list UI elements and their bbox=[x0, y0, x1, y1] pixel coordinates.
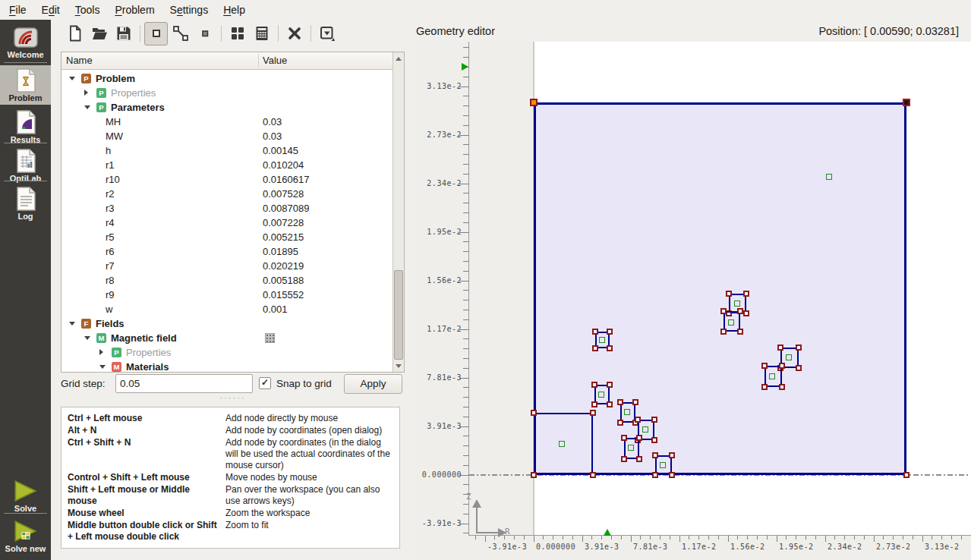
save-file-button[interactable] bbox=[112, 22, 135, 46]
tree-row-r9[interactable]: r90.015552 bbox=[61, 288, 392, 302]
region-label-marker[interactable] bbox=[734, 300, 740, 307]
tree-row-r5[interactable]: r50.005215 bbox=[61, 230, 392, 244]
node-tool-button[interactable] bbox=[144, 22, 168, 46]
region-label-marker[interactable] bbox=[599, 337, 605, 343]
geometry-node[interactable] bbox=[591, 401, 597, 407]
geometry-node[interactable] bbox=[636, 435, 642, 441]
column-divider[interactable] bbox=[258, 54, 259, 68]
geometry-node[interactable] bbox=[592, 329, 598, 335]
menu-file[interactable]: File bbox=[3, 2, 33, 18]
geometry-node[interactable] bbox=[652, 472, 658, 478]
menu-problem[interactable]: Problem bbox=[109, 2, 160, 18]
apply-button[interactable]: Apply bbox=[344, 374, 402, 394]
expand-expand-arrow-icon[interactable] bbox=[99, 349, 103, 355]
geometry-node[interactable] bbox=[607, 401, 613, 407]
tree-row-r1[interactable]: r10.010204 bbox=[61, 158, 392, 172]
expand-collapse-arrow-icon[interactable] bbox=[84, 336, 90, 340]
geometry-node[interactable] bbox=[651, 437, 657, 443]
menu-edit[interactable]: Edit bbox=[36, 2, 66, 18]
geometry-node[interactable] bbox=[743, 310, 749, 316]
expand-collapse-arrow-icon[interactable] bbox=[84, 105, 90, 109]
geometry-node[interactable] bbox=[531, 410, 537, 416]
new-document-button[interactable] bbox=[63, 22, 87, 46]
tree-row-r2[interactable]: r20.007528 bbox=[61, 187, 392, 201]
region-label-marker[interactable] bbox=[559, 441, 565, 447]
zoom-region-button[interactable] bbox=[315, 22, 339, 46]
geometry-node[interactable] bbox=[761, 363, 768, 369]
menu-tools[interactable]: Tools bbox=[69, 2, 106, 18]
sidebar-item-results[interactable]: Results bbox=[0, 107, 51, 146]
geometry-node[interactable] bbox=[777, 344, 783, 351]
geometry-node[interactable] bbox=[779, 384, 785, 390]
geometry-node[interactable] bbox=[531, 472, 537, 478]
sidebar-item-welcome[interactable]: Welcome bbox=[0, 22, 51, 61]
menu-settings[interactable]: Settings bbox=[164, 2, 215, 18]
tree-row-fields[interactable]: FFields bbox=[61, 316, 392, 331]
geometry-node[interactable] bbox=[590, 410, 596, 416]
geometry-node[interactable] bbox=[737, 329, 743, 335]
geometry-node[interactable] bbox=[621, 435, 627, 441]
geometry-node[interactable] bbox=[635, 417, 641, 423]
menu-help[interactable]: Help bbox=[217, 2, 251, 18]
geometry-node[interactable] bbox=[796, 344, 802, 351]
panel-splitter-handle[interactable]: ······ bbox=[61, 395, 405, 401]
geometry-node[interactable] bbox=[607, 382, 613, 388]
geometry-node[interactable] bbox=[737, 308, 743, 314]
tree-row-r8[interactable]: r80.005188 bbox=[61, 273, 392, 288]
region-label-marker[interactable] bbox=[826, 174, 832, 180]
tree-row-mw[interactable]: MW0.03 bbox=[61, 129, 392, 143]
tree-row-h[interactable]: h0.00145 bbox=[61, 143, 392, 158]
geometry-node[interactable] bbox=[720, 308, 727, 314]
geometry-node[interactable] bbox=[796, 365, 802, 371]
snap-to-grid-checkbox[interactable] bbox=[259, 377, 271, 389]
materials-grid-button[interactable] bbox=[225, 22, 249, 46]
sidebar-item-solve[interactable]: Solve bbox=[0, 476, 51, 514]
expand-collapse-arrow-icon[interactable] bbox=[99, 365, 106, 369]
region-label-marker[interactable] bbox=[660, 462, 666, 468]
geometry-node[interactable] bbox=[530, 99, 538, 106]
region-label-marker[interactable] bbox=[598, 392, 604, 398]
region-label-marker[interactable] bbox=[628, 445, 634, 451]
calculator-button[interactable] bbox=[250, 22, 273, 46]
scrollbar-thumb[interactable] bbox=[394, 270, 403, 360]
geometry-node[interactable] bbox=[761, 384, 768, 390]
tree-row-properties[interactable]: PProperties bbox=[61, 86, 392, 100]
geometry-node[interactable] bbox=[607, 345, 613, 351]
geometry-node[interactable] bbox=[669, 472, 675, 478]
tree-scrollbar[interactable] bbox=[392, 52, 404, 372]
geometry-node[interactable] bbox=[591, 382, 597, 388]
geometry-node[interactable] bbox=[652, 452, 658, 458]
tree-row-w[interactable]: w0.001 bbox=[61, 302, 392, 316]
tree-row-materials[interactable]: MMaterials bbox=[61, 360, 392, 373]
tree-row-r4[interactable]: r40.007228 bbox=[61, 216, 392, 230]
geometry-node[interactable] bbox=[903, 472, 910, 478]
geometry-node[interactable] bbox=[903, 99, 910, 106]
expand-collapse-arrow-icon[interactable] bbox=[69, 322, 75, 326]
tree-row-properties[interactable]: PProperties bbox=[61, 345, 392, 360]
geometry-node[interactable] bbox=[592, 345, 598, 351]
region-label-marker[interactable] bbox=[642, 426, 648, 433]
geometry-node[interactable] bbox=[607, 329, 613, 335]
scroll-down-button[interactable] bbox=[393, 360, 404, 372]
geometry-node[interactable] bbox=[720, 329, 727, 335]
geometry-node[interactable] bbox=[726, 291, 732, 297]
geometry-node[interactable] bbox=[651, 417, 657, 423]
open-file-button[interactable] bbox=[87, 22, 111, 46]
tree-row-parameters[interactable]: PParameters bbox=[61, 100, 392, 115]
geometry-canvas[interactable]: 3.13e-22.73e-22.34e-21.95e-21.56e-21.17e… bbox=[416, 42, 971, 560]
label-tool-button[interactable] bbox=[193, 22, 216, 46]
geometry-node[interactable] bbox=[743, 291, 749, 297]
sidebar-item-solve-new[interactable]: Solve new bbox=[0, 516, 51, 554]
geometry-node[interactable] bbox=[617, 399, 623, 405]
tree-row-magnetic-field[interactable]: MMagnetic field bbox=[61, 331, 392, 345]
geometry-node[interactable] bbox=[669, 452, 675, 458]
region-label-marker[interactable] bbox=[769, 373, 775, 379]
sidebar-item-log[interactable]: Log bbox=[0, 184, 51, 223]
tree-row-mh[interactable]: MH0.03 bbox=[61, 115, 392, 129]
delete-button[interactable] bbox=[282, 22, 306, 46]
grid-step-input[interactable] bbox=[115, 374, 253, 393]
edge-tool-button[interactable] bbox=[169, 22, 192, 46]
tree-row-r7[interactable]: r70.020219 bbox=[61, 259, 392, 273]
tree-row-r10[interactable]: r100.0160617 bbox=[61, 172, 392, 187]
region-label-marker[interactable] bbox=[786, 354, 792, 360]
